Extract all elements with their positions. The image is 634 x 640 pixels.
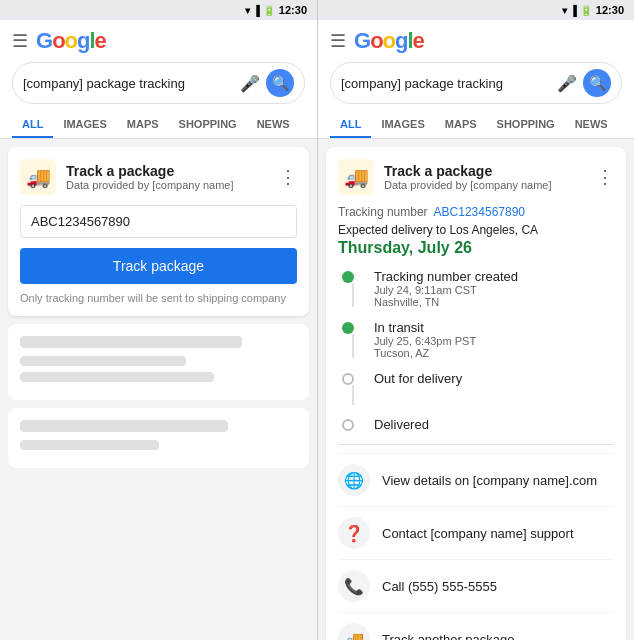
right-battery-icon: 🔋: [580, 5, 592, 16]
left-tab-all[interactable]: ALL: [12, 112, 53, 138]
left-skeleton-card-2: [8, 408, 309, 468]
left-more-icon[interactable]: ⋮: [279, 166, 297, 188]
right-tab-news[interactable]: NEWS: [565, 112, 618, 138]
action-view-details[interactable]: 🌐 View details on [company name].com: [338, 453, 614, 506]
delivery-date: Thursday, July 26: [338, 239, 614, 257]
left-card-title-block: Track a package Data provided by [compan…: [66, 163, 279, 191]
action-call-label: Call (555) 555-5555: [382, 579, 497, 594]
timeline-detail1-2: July 25, 6:43pm PST: [374, 335, 476, 347]
timeline-detail2-1: Nashville, TN: [374, 296, 518, 308]
left-search-bar[interactable]: [company] package tracking 🎤 🔍: [12, 62, 305, 104]
skeleton-line-3: [20, 372, 214, 382]
card-divider: [338, 444, 614, 445]
action-contact-label: Contact [company name] support: [382, 526, 574, 541]
timeline-item-1: Tracking number created July 24, 9:11am …: [342, 269, 614, 308]
skeleton-line-5: [20, 440, 159, 450]
right-tab-all[interactable]: ALL: [330, 112, 371, 138]
left-skeleton-card-1: [8, 324, 309, 400]
timeline-status-4: Delivered: [374, 417, 429, 432]
skeleton-line-4: [20, 420, 228, 432]
timeline-dot-4: [342, 419, 354, 431]
phone-icon: 📞: [338, 570, 370, 602]
right-header: ☰ Google [company] package tracking 🎤 🔍 …: [318, 20, 634, 139]
right-menu-icon[interactable]: ☰: [330, 30, 346, 52]
left-mic-icon[interactable]: 🎤: [240, 74, 260, 93]
right-search-text: [company] package tracking: [341, 76, 551, 91]
right-more-icon[interactable]: ⋮: [596, 166, 614, 188]
right-search-button[interactable]: 🔍: [583, 69, 611, 97]
timeline-status-3: Out for delivery: [374, 371, 462, 386]
left-content: 🚚 Track a package Data provided by [comp…: [0, 139, 317, 640]
right-google-logo: Google: [354, 28, 424, 54]
left-tab-news[interactable]: NEWS: [247, 112, 300, 138]
left-search-text: [company] package tracking: [23, 76, 234, 91]
tracking-number-row: Tracking number ABC1234567890: [338, 205, 614, 219]
left-panel: ▾ ▐ 🔋 12:30 ☰ Google [company] package t…: [0, 0, 317, 640]
left-header-top: ☰ Google: [12, 28, 305, 54]
timeline-item-4: Delivered: [342, 417, 614, 432]
right-package-icon: 🚚: [338, 159, 374, 195]
action-track-another[interactable]: 🚚 Track another package: [338, 612, 614, 640]
left-status-bar: ▾ ▐ 🔋 12:30: [0, 0, 317, 20]
timeline-item-2: In transit July 25, 6:43pm PST Tucson, A…: [342, 320, 614, 359]
timeline-dot-2: [342, 322, 354, 334]
left-tracking-input[interactable]: [20, 205, 297, 238]
action-call[interactable]: 📞 Call (555) 555-5555: [338, 559, 614, 612]
right-panel: ▾ ▐ 🔋 12:30 ☰ Google [company] package t…: [317, 0, 634, 640]
timeline-content-2: In transit July 25, 6:43pm PST Tucson, A…: [374, 320, 476, 359]
left-header: ☰ Google [company] package tracking 🎤 🔍 …: [0, 20, 317, 139]
timeline-line-3: [352, 385, 354, 405]
timeline-item-3: Out for delivery: [342, 371, 614, 405]
right-search-icon: 🔍: [589, 75, 606, 91]
right-nav-tabs: ALL IMAGES MAPS SHOPPING NEWS: [330, 112, 622, 138]
right-tab-shopping[interactable]: SHOPPING: [487, 112, 565, 138]
timeline-content-1: Tracking number created July 24, 9:11am …: [374, 269, 518, 308]
action-contact[interactable]: ❓ Contact [company name] support: [338, 506, 614, 559]
right-status-icons: ▾ ▐ 🔋: [562, 5, 592, 16]
left-search-button[interactable]: 🔍: [266, 69, 294, 97]
right-header-top: ☰ Google: [330, 28, 622, 54]
left-tracking-card: 🚚 Track a package Data provided by [comp…: [8, 147, 309, 316]
timeline-status-1: Tracking number created: [374, 269, 518, 284]
timeline-dot-3: [342, 373, 354, 385]
right-tab-images[interactable]: IMAGES: [371, 112, 434, 138]
right-tab-maps[interactable]: MAPS: [435, 112, 487, 138]
timeline-content-4: Delivered: [374, 417, 429, 432]
left-package-icon: 🚚: [20, 159, 56, 195]
left-card-note: Only tracking number will be sent to shi…: [20, 292, 297, 304]
right-mic-icon[interactable]: 🎤: [557, 74, 577, 93]
timeline-detail1-1: July 24, 9:11am CST: [374, 284, 518, 296]
signal-icon: ▐: [253, 5, 260, 16]
right-wifi-icon: ▾: [562, 5, 567, 16]
right-search-bar[interactable]: [company] package tracking 🎤 🔍: [330, 62, 622, 104]
left-time: 12:30: [279, 4, 307, 16]
left-search-icon: 🔍: [272, 75, 289, 91]
timeline-line-1: [352, 283, 354, 307]
left-nav-tabs: ALL IMAGES MAPS SHOPPING NEWS: [12, 112, 305, 138]
left-status-icons: ▾ ▐ 🔋: [245, 5, 275, 16]
delivery-label: Expected delivery to Los Angeles, CA: [338, 223, 614, 237]
right-card-subtitle: Data provided by [company name]: [384, 179, 596, 191]
skeleton-line-1: [20, 336, 242, 348]
truck-icon: 🚚: [338, 623, 370, 640]
left-tab-shopping[interactable]: SHOPPING: [169, 112, 247, 138]
timeline-detail2-2: Tucson, AZ: [374, 347, 476, 359]
left-tab-images[interactable]: IMAGES: [53, 112, 116, 138]
right-card-title: Track a package: [384, 163, 596, 179]
right-signal-icon: ▐: [570, 5, 577, 16]
right-tracking-card: 🚚 Track a package Data provided by [comp…: [326, 147, 626, 640]
left-card-subtitle: Data provided by [company name]: [66, 179, 279, 191]
left-menu-icon[interactable]: ☰: [12, 30, 28, 52]
battery-icon: 🔋: [263, 5, 275, 16]
timeline-line-2: [352, 334, 354, 358]
tracking-number-link[interactable]: ABC1234567890: [434, 205, 525, 219]
left-google-logo: Google: [36, 28, 106, 54]
right-status-bar: ▾ ▐ 🔋 12:30: [318, 0, 634, 20]
left-card-title: Track a package: [66, 163, 279, 179]
tracking-timeline: Tracking number created July 24, 9:11am …: [338, 269, 614, 432]
right-card-header: 🚚 Track a package Data provided by [comp…: [338, 159, 614, 195]
action-track-another-label: Track another package: [382, 632, 514, 641]
left-track-button[interactable]: Track package: [20, 248, 297, 284]
left-tab-maps[interactable]: MAPS: [117, 112, 169, 138]
tracking-label: Tracking number: [338, 205, 428, 219]
